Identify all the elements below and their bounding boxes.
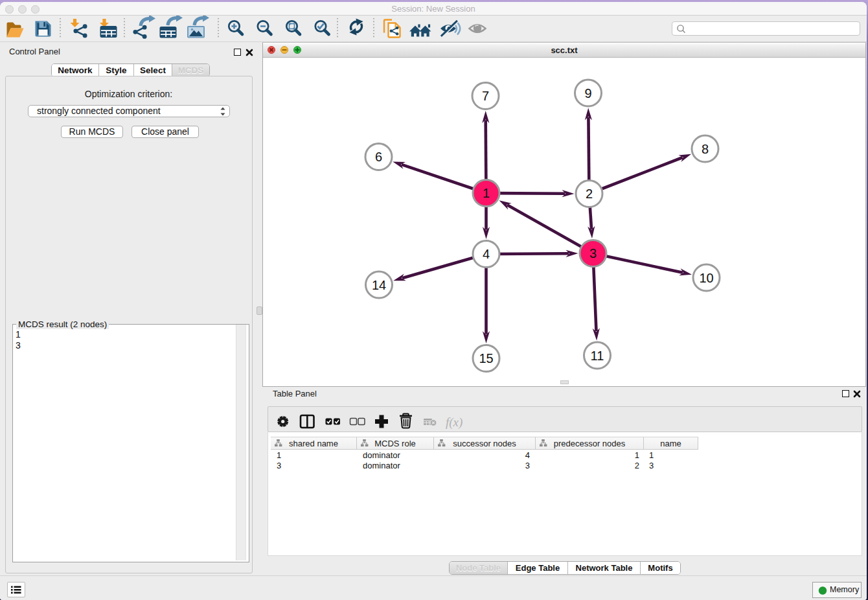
svg-text:7: 7 bbox=[482, 89, 489, 103]
svg-text:9: 9 bbox=[584, 86, 591, 100]
svg-text:2: 2 bbox=[586, 187, 593, 201]
svg-text:4: 4 bbox=[483, 247, 490, 261]
svg-text:11: 11 bbox=[591, 348, 604, 362]
svg-text:f(x): f(x) bbox=[446, 415, 463, 430]
svg-text:6: 6 bbox=[375, 150, 382, 164]
svg-text:14: 14 bbox=[372, 277, 386, 292]
svg-text:1: 1 bbox=[483, 186, 490, 200]
svg-text:3: 3 bbox=[589, 246, 597, 260]
svg-text:15: 15 bbox=[479, 351, 493, 365]
svg-text:10: 10 bbox=[699, 270, 713, 284]
svg-text:8: 8 bbox=[702, 141, 709, 156]
